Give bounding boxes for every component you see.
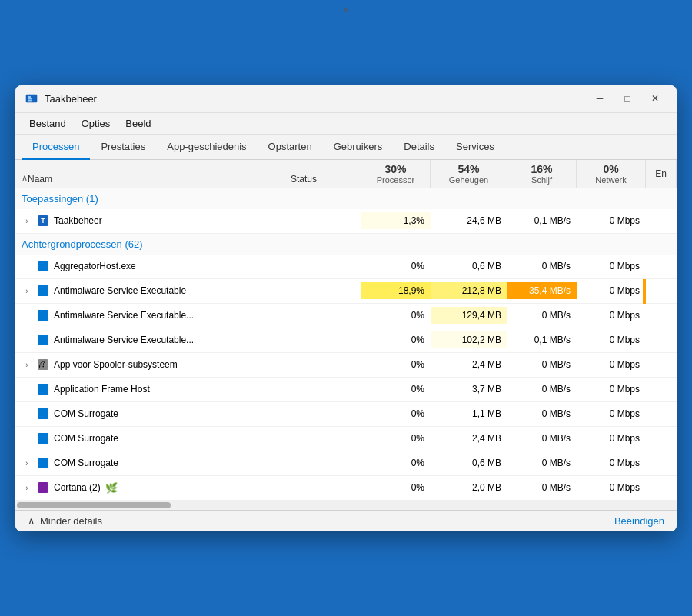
process-cpu-cell: 0% bbox=[361, 479, 431, 496]
process-name-cell: Application Frame Host bbox=[15, 380, 284, 398]
process-network-cell: 0 Mbps bbox=[577, 331, 646, 348]
process-memory-cell: 0,6 MB bbox=[431, 455, 507, 471]
process-cpu-cell: 0% bbox=[361, 455, 431, 471]
less-details-button[interactable]: ∧ Minder details bbox=[28, 515, 102, 527]
process-name-cell: ›🖨App voor Spooler-subsysteem bbox=[15, 355, 284, 374]
table-body[interactable]: Toepassingen (1)›TTaakbeheer1,3%24,6 MB0… bbox=[15, 188, 677, 501]
table-row[interactable]: COM Surrogate0%1,1 MB0 MB/s0 Mbps bbox=[15, 402, 677, 427]
blue-app-icon bbox=[38, 433, 48, 444]
end-task-button[interactable]: Beëindigen bbox=[614, 515, 664, 527]
process-name: Taakbeheer bbox=[54, 215, 102, 226]
table-row[interactable]: ›Cortana (2) 🌿0%2,0 MB0 MB/s0 Mbps bbox=[15, 476, 677, 501]
table-row[interactable]: ›COM Surrogate0%0,6 MB0 MB/s0 Mbps bbox=[15, 451, 677, 476]
task-manager-window: Taakbeheer ─ □ ✕ Bestand Opties Beeld Pr… bbox=[15, 85, 677, 531]
tab-app-geschiedenis[interactable]: App-geschiedenis bbox=[156, 135, 257, 160]
process-disk-cell: 0 MB/s bbox=[507, 258, 577, 275]
maximize-button[interactable]: □ bbox=[615, 89, 640, 108]
window-controls: ─ □ ✕ bbox=[587, 89, 667, 108]
process-cpu-cell: 0% bbox=[361, 381, 431, 398]
blue-app-icon bbox=[38, 384, 48, 395]
col-header-status[interactable]: Status bbox=[284, 160, 361, 188]
process-name-cell: COM Surrogate bbox=[15, 429, 284, 448]
section-header: Achtergrondprocessen (62) bbox=[15, 234, 677, 255]
process-disk-cell: 0,1 MB/s bbox=[507, 212, 577, 229]
table-row[interactable]: COM Surrogate0%2,4 MB0 MB/s0 Mbps bbox=[15, 427, 677, 451]
table-row[interactable]: ›🖨App voor Spooler-subsysteem0%2,4 MB0 M… bbox=[15, 353, 677, 378]
hscroll-thumb[interactable] bbox=[17, 502, 171, 508]
sort-arrow: ∧ bbox=[22, 173, 28, 183]
blue-app-icon bbox=[38, 458, 48, 468]
col-header-disk[interactable]: 16% Schijf bbox=[507, 160, 577, 188]
process-name: App voor Spooler-subsysteem bbox=[54, 359, 178, 370]
close-button[interactable]: ✕ bbox=[643, 89, 667, 108]
tab-prestaties[interactable]: Prestaties bbox=[90, 135, 156, 160]
col-header-mem[interactable]: 54% Geheugen bbox=[431, 160, 507, 188]
process-disk-cell: 0 MB/s bbox=[507, 455, 577, 471]
leaf-icon: 🌿 bbox=[105, 482, 118, 494]
table-row[interactable]: Antimalware Service Executable...0%129,4… bbox=[15, 304, 677, 328]
col-header-cpu[interactable]: 30% Processor bbox=[361, 160, 431, 188]
menu-opties[interactable]: Opties bbox=[74, 115, 118, 132]
app-icon bbox=[25, 92, 38, 105]
process-cpu-cell: 0% bbox=[361, 430, 431, 447]
process-status-cell bbox=[284, 263, 361, 269]
process-status-cell bbox=[284, 337, 361, 343]
tab-opstarten[interactable]: Opstarten bbox=[258, 135, 323, 160]
blue-app-icon bbox=[38, 261, 48, 271]
process-disk-cell: 0 MB/s bbox=[507, 307, 577, 324]
process-name-cell: ›TTaakbeheer bbox=[15, 211, 284, 230]
menu-beeld[interactable]: Beeld bbox=[118, 115, 158, 132]
table-row[interactable]: Application Frame Host0%3,7 MB0 MB/s0 Mb… bbox=[15, 378, 677, 402]
taskmanager-icon: T bbox=[38, 215, 48, 226]
process-extra-cell bbox=[646, 411, 677, 417]
expand-arrow-icon[interactable]: › bbox=[22, 359, 32, 370]
expand-arrow-icon[interactable]: › bbox=[22, 215, 32, 226]
process-name-cell: AggregatorHost.exe bbox=[15, 257, 284, 275]
process-memory-cell: 2,4 MB bbox=[431, 356, 507, 373]
expand-arrow-icon[interactable]: › bbox=[22, 482, 32, 493]
tab-details[interactable]: Details bbox=[393, 135, 445, 160]
section-header: Toepassingen (1) bbox=[15, 188, 677, 209]
process-extra-cell bbox=[646, 312, 677, 318]
process-network-cell: 0 Mbps bbox=[577, 356, 646, 373]
expand-arrow-icon[interactable]: › bbox=[22, 285, 32, 296]
process-network-cell: 0 Mbps bbox=[577, 212, 646, 229]
process-network-cell: 0 Mbps bbox=[577, 381, 646, 398]
tab-bar: Processen Prestaties App-geschiedenis Op… bbox=[15, 135, 677, 160]
process-status-cell bbox=[284, 361, 361, 368]
tab-gebruikers[interactable]: Gebruikers bbox=[323, 135, 394, 160]
table-row[interactable]: AggregatorHost.exe0%0,6 MB0 MB/s0 Mbps bbox=[15, 255, 677, 279]
process-memory-cell: 129,4 MB bbox=[431, 307, 507, 324]
col-header-name[interactable]: ∧ ∧ Naam bbox=[15, 160, 284, 188]
tab-processen[interactable]: Processen bbox=[22, 135, 90, 160]
process-status-cell bbox=[284, 386, 361, 392]
col-header-net[interactable]: 0% Netwerk bbox=[577, 160, 646, 188]
expand-arrow-icon[interactable]: › bbox=[22, 458, 32, 468]
process-disk-cell: 0 MB/s bbox=[507, 381, 577, 398]
process-cpu-cell: 0% bbox=[361, 258, 431, 275]
process-extra-cell bbox=[646, 337, 677, 343]
process-memory-cell: 2,4 MB bbox=[431, 430, 507, 447]
process-name-cell: Antimalware Service Executable... bbox=[15, 331, 284, 349]
horizontal-scrollbar[interactable] bbox=[15, 501, 677, 510]
table-row[interactable]: ›Antimalware Service Executable18,9%212,… bbox=[15, 279, 677, 304]
tab-services[interactable]: Services bbox=[445, 135, 505, 160]
table-row[interactable]: Antimalware Service Executable...0%102,2… bbox=[15, 328, 677, 353]
process-disk-cell: 0,1 MB/s bbox=[507, 331, 577, 348]
process-disk-cell: 0 MB/s bbox=[507, 356, 577, 373]
process-network-cell: 0 Mbps bbox=[577, 282, 646, 299]
process-cpu-cell: 18,9% bbox=[361, 282, 431, 299]
minimize-button[interactable]: ─ bbox=[587, 89, 612, 108]
process-cpu-cell: 0% bbox=[361, 307, 431, 324]
window-title: Taakbeheer bbox=[45, 93, 587, 105]
process-cpu-cell: 0% bbox=[361, 356, 431, 373]
col-header-extra[interactable]: En bbox=[646, 160, 677, 188]
process-extra-cell bbox=[646, 460, 677, 466]
process-name: Cortana (2) bbox=[54, 482, 101, 493]
process-name-cell: ›COM Surrogate bbox=[15, 454, 284, 472]
table-row[interactable]: ›TTaakbeheer1,3%24,6 MB0,1 MB/s0 Mbps bbox=[15, 209, 677, 234]
content-area: ∧ ∧ Naam Status 30% Processor 54% Geheug… bbox=[15, 160, 677, 510]
process-memory-cell: 3,7 MB bbox=[431, 381, 507, 398]
menu-bestand[interactable]: Bestand bbox=[22, 115, 74, 132]
process-name-cell: Antimalware Service Executable... bbox=[15, 306, 284, 325]
